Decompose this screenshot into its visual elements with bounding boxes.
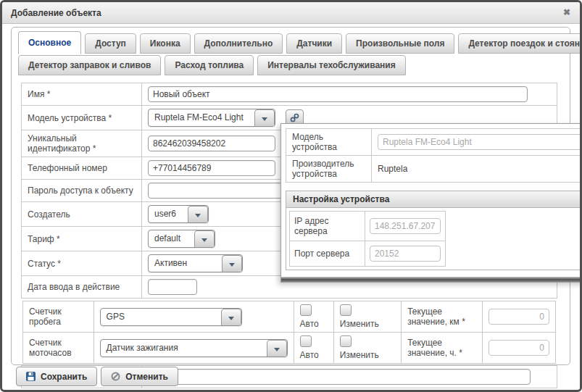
chevron-down-icon[interactable] bbox=[222, 255, 242, 272]
cancel-icon bbox=[111, 372, 120, 381]
dialog-title: Добавление объекта bbox=[11, 2, 101, 24]
engine-hours-current-label: Текущее значение, ч. * bbox=[402, 333, 483, 364]
save-button[interactable]: Сохранить bbox=[16, 367, 97, 386]
engine-hours-edit-checkbox[interactable] bbox=[340, 335, 352, 347]
engine-hours-edit-label: Изменить bbox=[340, 350, 379, 360]
popup-row-model: Модель устройства bbox=[286, 129, 582, 156]
phone-input[interactable] bbox=[148, 160, 275, 176]
tab-main[interactable]: Основное bbox=[18, 31, 81, 54]
tab-access[interactable]: Доступ bbox=[85, 33, 136, 54]
mileage-edit-checkbox[interactable] bbox=[340, 304, 352, 316]
server-port-input bbox=[370, 246, 441, 262]
server-ip-input bbox=[370, 218, 441, 234]
status-select[interactable]: Активен bbox=[148, 254, 243, 272]
row-name: Имя * bbox=[22, 83, 557, 106]
mileage-current-label: Текущее значение, км * bbox=[402, 301, 483, 333]
password-label: Пароль доступа к объекту bbox=[22, 180, 142, 202]
name-label: Имя * bbox=[22, 83, 142, 106]
unique-id-input[interactable] bbox=[148, 135, 275, 151]
dialog-titlebar: Добавление объекта ✖ bbox=[2, 2, 580, 24]
close-icon[interactable]: ✖ bbox=[563, 7, 570, 17]
creator-label: Создатель bbox=[22, 202, 142, 227]
tariff-label: Тариф * bbox=[22, 227, 142, 251]
server-ip-label: IP адрес сервера bbox=[290, 212, 365, 241]
popup-row-manufacturer: Производитель устройства Ruptela bbox=[286, 156, 582, 183]
unique-id-label: Уникальный идентификатор * bbox=[22, 130, 142, 157]
tariff-select[interactable]: default bbox=[148, 230, 215, 248]
popup-row-server-port: Порт сервера bbox=[290, 241, 446, 267]
mileage-auto-label: Авто bbox=[300, 319, 319, 329]
mileage-current-input bbox=[489, 309, 549, 325]
popup-model-label: Модель устройства bbox=[286, 129, 372, 156]
mileage-edit-label: Изменить bbox=[340, 319, 379, 329]
popup-model-input bbox=[378, 134, 582, 150]
chevron-down-icon[interactable] bbox=[267, 340, 287, 357]
tabs-row-1: Основное Доступ Иконка Дополнительно Дат… bbox=[18, 31, 582, 54]
note-input[interactable] bbox=[148, 369, 531, 385]
popup-manufacturer-label: Производитель устройства bbox=[286, 156, 372, 183]
engine-hours-auto-checkbox[interactable] bbox=[300, 335, 312, 347]
popup-manufacturer-value: Ruptela bbox=[372, 156, 582, 183]
engine-hours-auto-label: Авто bbox=[300, 350, 319, 360]
tab-trip-detector[interactable]: Детектор поездок и стоянок bbox=[458, 33, 582, 54]
phone-label: Телефонный номер bbox=[22, 157, 142, 180]
creator-select[interactable]: user6 bbox=[148, 205, 209, 223]
cancel-button[interactable]: Отменить bbox=[101, 367, 178, 386]
tab-advanced[interactable]: Дополнительно bbox=[194, 33, 283, 54]
device-model-label: Модель устройства * bbox=[22, 106, 142, 130]
save-icon bbox=[26, 372, 36, 381]
engine-hours-current-input bbox=[489, 340, 549, 356]
device-settings-title: Настройка устройства bbox=[286, 191, 582, 208]
popup-bottom-bar bbox=[281, 277, 582, 282]
chevron-down-icon[interactable] bbox=[221, 309, 241, 326]
chevron-down-icon[interactable] bbox=[194, 230, 215, 248]
counters-table: Счетчик пробега GPS Авто bbox=[22, 301, 556, 364]
tabs-row-2: Детектор заправок и сливов Расход топлив… bbox=[18, 55, 406, 75]
tab-fuel-detector[interactable]: Детектор заправок и сливов bbox=[18, 55, 161, 75]
commissioning-date-label: Дата ввода в действие bbox=[22, 276, 142, 299]
device-model-select[interactable]: Ruptela FM-Eco4 Light bbox=[148, 109, 275, 127]
tab-custom-fields[interactable]: Произвольные поля bbox=[346, 33, 454, 54]
device-info-table: Модель устройства Производитель устройст… bbox=[286, 128, 582, 183]
tab-sensors[interactable]: Датчики bbox=[286, 33, 342, 54]
dialog-footer: Сохранить Отменить bbox=[16, 367, 178, 386]
popup-row-server-ip: IP адрес сервера bbox=[290, 212, 446, 241]
chevron-down-icon[interactable] bbox=[254, 109, 275, 127]
engine-hours-select[interactable]: Датчик зажигания bbox=[100, 339, 288, 357]
server-port-label: Порт сервера bbox=[290, 241, 365, 267]
mileage-counter-label: Счетчик пробега bbox=[23, 301, 94, 333]
mileage-counter-select[interactable]: GPS bbox=[100, 308, 242, 326]
name-input[interactable] bbox=[148, 86, 528, 102]
tab-icon[interactable]: Иконка bbox=[140, 33, 191, 54]
link-icon bbox=[290, 113, 299, 122]
tab-service-intervals[interactable]: Интервалы техобслуживания bbox=[257, 55, 406, 75]
row-mileage-counter: Счетчик пробега GPS Авто bbox=[23, 301, 556, 333]
chevron-down-icon[interactable] bbox=[188, 206, 208, 223]
engine-hours-label: Счетчик моточасов bbox=[23, 333, 94, 364]
tab-fuel-consumption[interactable]: Расход топлива bbox=[165, 55, 254, 75]
mileage-auto-checkbox[interactable] bbox=[300, 304, 312, 316]
status-label: Статус * bbox=[22, 251, 142, 276]
device-settings-table: IP адрес сервера Порт сервера bbox=[289, 211, 446, 267]
device-info-popup: Модель устройства Производитель устройст… bbox=[280, 123, 582, 283]
row-engine-hours-counter: Счетчик моточасов Датчик зажигания Авто bbox=[23, 333, 556, 364]
device-settings-fieldset: Настройка устройства IP адрес сервера По… bbox=[286, 191, 582, 270]
commissioning-date-input[interactable] bbox=[148, 279, 197, 295]
add-object-dialog: Добавление объекта ✖ Основное Доступ Ико… bbox=[0, 0, 582, 392]
